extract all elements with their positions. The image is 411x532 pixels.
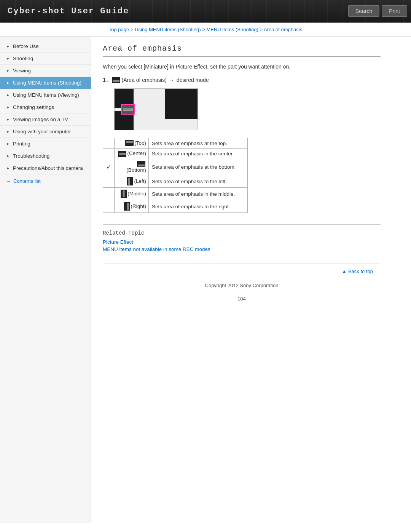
sidebar-item-changing-settings[interactable]: ► Changing settings [0,101,91,113]
table-row: (Center) Sets area of emphasis in the ce… [103,149,248,159]
desc-cell: Sets area of emphasis in the middle. [149,188,248,200]
check-cell [103,200,115,213]
step-row: 1 . (Area of emphasis) → desired mode [103,77,381,83]
icon-cell: (Right) [115,200,149,213]
intro-text: When you select [Miniature] in Picture E… [103,63,381,71]
sidebar-label: Printing [13,141,30,147]
step-icon-label: (Area of emphasis) [122,77,167,83]
icon-cell: (Bottom) [115,159,149,175]
emphasis-table: (Top) Sets area of emphasis at the top. … [103,138,248,213]
copyright: Copyright 2012 Sony Corporation [103,279,381,292]
center-icon [118,151,126,157]
print-button[interactable]: Print [382,5,407,17]
sidebar-item-before-use[interactable]: ► Before Use [0,40,91,53]
chevron-right-icon: ► [6,56,10,61]
related-topic-title: Related Topic [103,230,381,236]
right-icon [124,202,130,211]
chevron-right-icon: ► [6,44,10,48]
page-title: Area of emphasis [103,44,381,57]
related-link-menu-items[interactable]: MENU items not available in some REC mod… [103,246,381,252]
related-link-picture-effect[interactable]: Picture Effect [103,239,381,245]
check-cell [103,175,115,188]
sidebar-item-using-menu-viewing[interactable]: ► Using MENU items (Viewing) [0,89,91,101]
table-row: (Left) Sets area of emphasis to the left… [103,175,248,188]
chevron-right-icon: ► [6,81,10,85]
check-cell [103,149,115,159]
sidebar-label: Troubleshooting [13,153,49,159]
sidebar-item-viewing[interactable]: ► Viewing [0,65,91,77]
breadcrumb-link-shooting[interactable]: Using MENU items (Shooting) [135,27,201,32]
check-cell: ✓ [103,159,115,175]
chevron-right-icon: ► [6,129,10,134]
sidebar-item-printing[interactable]: ► Printing [0,138,91,150]
check-cell [103,138,115,149]
desc-cell: Sets area of emphasis at the top. [149,138,248,149]
breadcrumb-link-area[interactable]: Area of emphasis [264,27,302,32]
table-row: (Middle) Sets area of emphasis in the mi… [103,188,248,200]
sidebar-item-using-menu-shooting[interactable]: ► Using MENU items (Shooting) [0,77,91,89]
related-topic-section: Related Topic Picture Effect MENU items … [103,224,381,252]
sidebar-label: Using MENU items (Viewing) [13,92,79,98]
icon-cell: (Center) [115,149,149,159]
arrow-icon: → [169,77,174,83]
back-to-top-label: Back to top [348,268,373,274]
table-row: (Right) Sets area of emphasis to the rig… [103,200,248,213]
step-text: desired mode [177,77,209,83]
sidebar-label: Using with your computer [13,129,71,134]
back-to-top-link[interactable]: ▲ Back to top [342,268,373,274]
page-number: 104 [103,292,381,305]
left-icon [127,177,133,185]
chevron-right-icon: ► [6,166,10,170]
area-emphasis-icon [112,77,120,83]
diagram [114,88,198,130]
sidebar: ► Before Use ► Shooting ► Viewing ► Usin… [0,37,91,523]
breadcrumb: Top page > Using MENU items (Shooting) >… [0,23,411,37]
chevron-right-icon: ► [6,105,10,109]
sidebar-item-viewing-tv[interactable]: ► Viewing images on a TV [0,113,91,126]
bottom-icon [137,161,145,167]
chevron-right-icon: ► [6,69,10,73]
breadcrumb-link-top[interactable]: Top page [109,27,129,32]
table-row: (Top) Sets area of emphasis at the top. [103,138,248,149]
sidebar-item-precautions[interactable]: ► Precautions/About this camera [0,162,91,174]
contents-list-link[interactable]: → Contents list [0,174,91,188]
page-footer: ▲ Back to top [103,264,381,279]
app-title: Cyber-shot User Guide [8,6,129,16]
chevron-right-icon: ► [6,154,10,158]
main-content: Area of emphasis When you select [Miniat… [91,37,396,523]
sidebar-label: Viewing [13,68,31,73]
sidebar-label: Shooting [13,56,33,61]
sidebar-label: Before Use [13,43,39,49]
chevron-right-icon: ► [6,93,10,97]
top-icon [125,140,134,146]
desc-cell: Sets area of emphasis to the left. [149,175,248,188]
sidebar-label: Viewing images on a TV [13,117,68,122]
sidebar-label: Changing settings [13,104,54,110]
icon-cell: (Middle) [115,188,149,200]
chevron-right-icon: ► [6,142,10,146]
desc-cell: Sets area of emphasis at the bottom. [149,159,248,175]
desc-cell: Sets area of emphasis to the right. [149,200,248,213]
breadcrumb-link-menu-shooting[interactable]: MENU items (Shooting) [206,27,258,32]
step-number: 1 . [103,77,109,83]
sidebar-item-troubleshooting[interactable]: ► Troubleshooting [0,150,91,162]
sidebar-item-using-computer[interactable]: ► Using with your computer [0,126,91,138]
sidebar-label: Using MENU items (Shooting) [13,80,81,86]
middle-icon [121,190,127,198]
chevron-right-icon: ► [6,117,10,121]
arrow-right-icon: → [6,178,11,184]
table-row: ✓ (Bottom) Sets area of emphasis at the … [103,159,248,175]
desc-cell: Sets area of emphasis in the center. [149,149,248,159]
icon-cell: (Left) [115,175,149,188]
sidebar-item-shooting[interactable]: ► Shooting [0,53,91,65]
search-button[interactable]: Search [348,5,379,17]
sidebar-label: Precautions/About this camera [13,165,83,171]
contents-list-label: Contents list [13,178,41,184]
icon-cell: (Top) [115,138,149,149]
check-cell [103,188,115,200]
triangle-up-icon: ▲ [342,268,347,274]
